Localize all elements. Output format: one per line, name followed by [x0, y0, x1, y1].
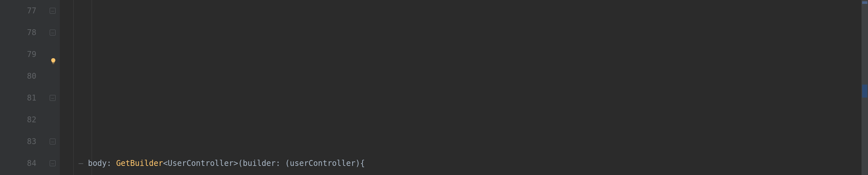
code-line[interactable]: — body: GetBuilder<UserController>(build… [60, 152, 868, 174]
collapse-dash [60, 159, 79, 168]
code-area[interactable]: — body: GetBuilder<UserController>(build… [60, 0, 868, 175]
token-class: UserController [167, 159, 233, 168]
line-number: 83 [0, 131, 36, 152]
ruler-mark [862, 85, 867, 97]
line-number: 77 [0, 0, 36, 22]
code-editor[interactable]: 77 78 79 80 81 82 83 84 – – – – – — body… [0, 0, 868, 175]
line-number: 80 [0, 65, 36, 87]
line-number: 78 [0, 22, 36, 43]
fold-toggle-icon[interactable]: – [50, 30, 56, 35]
line-number: 79 [0, 43, 36, 65]
token: (builder: (userController){ [238, 159, 365, 168]
line-number: 82 [0, 109, 36, 131]
overview-ruler[interactable] [862, 0, 868, 175]
fold-toggle-icon[interactable]: – [50, 8, 56, 14]
token: < [163, 159, 167, 168]
token: > [234, 159, 238, 168]
line-number: 84 [0, 152, 36, 174]
fold-gutter: – – – – – [45, 0, 60, 175]
line-number-gutter: 77 78 79 80 81 82 83 84 [0, 0, 45, 175]
ruler-mark [862, 1, 867, 4]
lightbulb-icon[interactable] [50, 51, 56, 57]
fold-toggle-icon[interactable]: – [50, 139, 56, 144]
fold-toggle-icon[interactable]: – [50, 161, 56, 166]
token-class: GetBuilder [116, 159, 163, 168]
fold-toggle-icon[interactable]: – [50, 95, 56, 101]
line-number: 81 [0, 87, 36, 109]
token: : [107, 159, 116, 168]
token: body [88, 159, 107, 168]
dash-icon: — [79, 159, 88, 168]
